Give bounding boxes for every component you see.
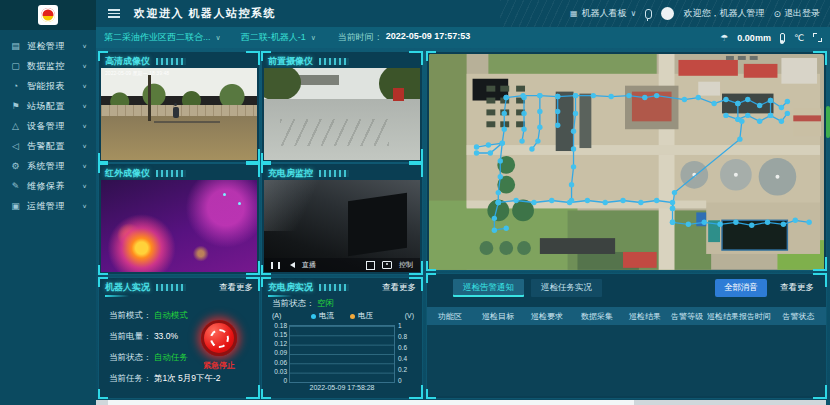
mic-icon[interactable] [645, 9, 652, 19]
pause-icon[interactable] [271, 262, 280, 269]
charge-room-camera-feed[interactable]: 直播 控制 [264, 180, 420, 272]
time-value: 2022-05-09 17:57:53 [386, 31, 471, 44]
chevron-down-icon: ∨ [631, 9, 637, 18]
chevron-down-icon: ∨ [82, 143, 87, 149]
chevron-down-icon: ∨ [82, 83, 87, 89]
temperature-unit: ℃ [794, 33, 804, 43]
company-logo [38, 5, 58, 25]
barcode-decoration [156, 58, 186, 65]
panel-title: 前置摄像仪 [268, 55, 313, 68]
mode-label: 当前模式： [109, 310, 152, 320]
alarm-icon: ◁ [10, 141, 21, 151]
thermometer-icon [780, 33, 785, 43]
panel-title: 高清成像仪 [105, 55, 150, 68]
task-label: 当前任务： [109, 373, 152, 383]
sidebar-item-device-management[interactable]: △ 设备管理 ∨ [0, 116, 96, 136]
chart-x-axis-label: 2022-05-09 17:58:28 [262, 384, 422, 391]
video-controls: 直播 控制 [264, 258, 420, 272]
col-result: 巡检结果 [623, 311, 667, 322]
inspection-icon: ▤ [10, 41, 21, 51]
emergency-stop-button[interactable]: 紧急停止 [193, 320, 245, 371]
vertical-scrollbar-thumb[interactable] [826, 106, 830, 138]
legend-current-label: 电流 [319, 311, 334, 321]
fire-cabinet [393, 88, 404, 101]
robot-task-row: 当前任务： 第1次 5月9下午-2 [109, 373, 220, 385]
time-label: 当前时间： [338, 31, 383, 44]
welcome-text: 欢迎您，机器人管理 [683, 7, 764, 20]
live-label: 直播 [302, 260, 316, 270]
app-title: 欢迎进入 机器人站控系统 [134, 6, 276, 21]
front-camera-feed[interactable] [264, 68, 420, 160]
top-header: 欢迎进入 机器人站控系统 ▦ 机器人看板 ∨ 欢迎您，机器人管理 ⊙ 退出登录 [96, 0, 830, 27]
tab-task-live[interactable]: 巡检任务实况 [531, 279, 602, 297]
state-label: 当前状态： [109, 352, 152, 362]
sidebar-item-data-monitoring[interactable]: ▢ 数据监控 ∨ [0, 56, 96, 76]
avatar[interactable] [661, 7, 674, 20]
current-time: 当前时间： 2022-05-09 17:57:53 [338, 31, 471, 44]
monitor-icon: ▢ [10, 61, 21, 71]
sidebar-item-label: 告警配置 [27, 140, 65, 153]
logout-button[interactable]: ⊙ 退出登录 [773, 7, 820, 20]
infrared-camera-feed[interactable] [101, 180, 257, 272]
sidebar-item-alarm-config[interactable]: ◁ 告警配置 ∨ [0, 136, 96, 156]
robot-kanban-dropdown[interactable]: ▦ 机器人看板 ∨ [570, 7, 636, 20]
sidebar-item-label: 设备管理 [27, 120, 65, 133]
logout-label: 退出登录 [784, 7, 820, 20]
report-icon: ◔ [10, 81, 21, 91]
sidebar-item-label: 运维管理 [27, 200, 65, 213]
legend-voltage-label: 电压 [358, 311, 373, 321]
device-icon: △ [10, 121, 21, 131]
right-axis-ticks: 10.8 0.60.4 0.20 [396, 322, 418, 384]
tab-alarm-notifications[interactable]: 巡检告警通知 [453, 279, 524, 297]
wrench-icon: ✎ [10, 181, 21, 191]
panel-charge-status: 充电房实况 查看更多 当前状态： 空闲 (A) 电流 电压 (V) 0.180.… [262, 278, 422, 398]
toolbar: 第二采油作业区西二联合... ∨ 西二联-机器人-1 ∨ 当前时间： 2022-… [96, 27, 830, 48]
speaker-muted-icon[interactable] [287, 262, 295, 268]
panel-title: 机器人实况 [105, 281, 150, 294]
sidebar-item-maintenance[interactable]: ✎ 维修保养 ∨ [0, 176, 96, 196]
sidebar-item-smart-reports[interactable]: ◔ 智能报表 ∨ [0, 76, 96, 96]
area-select[interactable]: 第二采油作业区西二联合... ∨ [104, 31, 221, 44]
chart-legend: 电流 电压 [262, 311, 422, 321]
panel-facility-map [427, 52, 826, 270]
sidebar-item-inspection-management[interactable]: ▤ 巡检管理 ∨ [0, 36, 96, 56]
sidebar-item-label: 系统管理 [27, 160, 65, 173]
legend-voltage[interactable]: 电压 [350, 311, 373, 321]
chevron-down-icon: ∨ [82, 43, 87, 49]
sidebar-menu: ▤ 巡检管理 ∨ ▢ 数据监控 ∨ ◔ 智能报表 ∨ ⚑ 站场配置 ∨ △ 设备… [0, 30, 96, 216]
task-value: 第1次 5月9下午-2 [154, 373, 221, 383]
barcode-decoration [156, 284, 186, 291]
panel-title: 充电房监控 [268, 167, 313, 180]
col-function-area: 功能区 [427, 311, 473, 322]
rainfall-value: 0.00mm [737, 33, 771, 43]
sidebar-item-label: 智能报表 [27, 80, 65, 93]
person-figure [173, 107, 179, 118]
camera-timestamp-overlay: 2022-05-09 星期一 18:39:48 [105, 70, 169, 78]
alarm-table-body [427, 325, 826, 396]
robot-select[interactable]: 西二联-机器人-1 ∨ [241, 31, 316, 44]
sidebar-item-system-management[interactable]: ⚙ 系统管理 ∨ [0, 156, 96, 176]
gear-icon: ⚙ [10, 161, 21, 171]
col-data-collect: 数据采集 [571, 311, 623, 322]
video-fullscreen-icon[interactable] [366, 261, 375, 270]
horizontal-scrollbar[interactable] [96, 400, 826, 405]
battery-label: 当前电量： [109, 331, 152, 341]
aerial-map[interactable] [429, 54, 824, 270]
alarm-more-link[interactable]: 查看更多 [780, 282, 814, 294]
panel-front-camera: 前置摄像仪 [262, 52, 422, 162]
hd-camera-feed[interactable]: 2022-05-09 星期一 18:39:48 [101, 68, 257, 160]
kanban-icon: ▦ [570, 9, 578, 18]
legend-current[interactable]: 电流 [311, 311, 334, 321]
col-requirement: 巡检要求 [523, 311, 571, 322]
horizontal-scrollbar-thumb[interactable] [108, 400, 634, 405]
menu-collapse-icon[interactable] [108, 9, 120, 18]
col-target: 巡检目标 [473, 311, 523, 322]
fullscreen-icon[interactable] [813, 33, 822, 42]
barcode-decoration [319, 58, 349, 65]
sidebar-item-ops-management[interactable]: ▣ 运维管理 ∨ [0, 196, 96, 216]
mute-all-button[interactable]: 全部消音 [715, 279, 767, 297]
snapshot-icon[interactable] [382, 261, 392, 269]
sidebar-item-station-config[interactable]: ⚑ 站场配置 ∨ [0, 96, 96, 116]
station-icon: ⚑ [10, 101, 21, 111]
panel-title: 充电房实况 [268, 281, 313, 294]
